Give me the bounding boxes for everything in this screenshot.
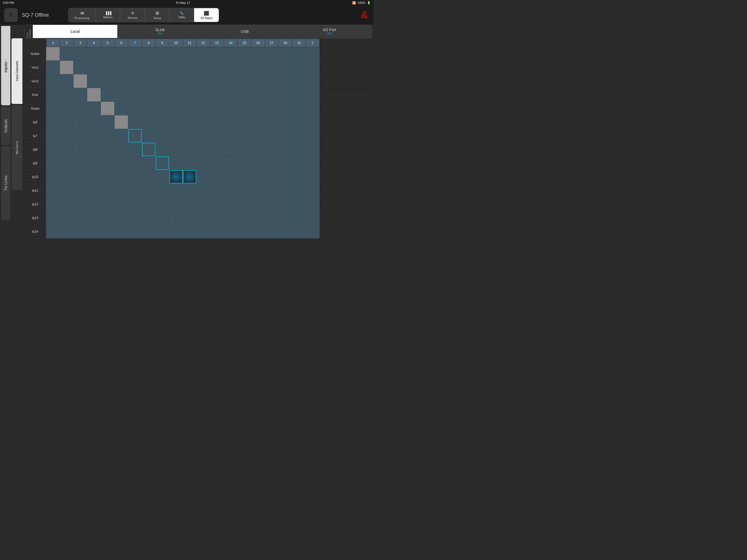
grid-cell-r5-c6[interactable] — [114, 102, 128, 116]
grid-cell-r5-c20[interactable] — [306, 102, 319, 116]
grid-cell-r2-c13[interactable] — [210, 61, 224, 74]
grid-cell-r2-c15[interactable] — [238, 61, 251, 74]
tab-scenes[interactable]: ≡ Scenes — [120, 8, 145, 22]
grid-cell-r11-c11[interactable] — [183, 184, 197, 198]
grid-cell-r8-c20[interactable] — [306, 143, 319, 156]
grid-cell-r14-c15[interactable] — [238, 225, 251, 238]
grid-cell-r10-c17[interactable] — [265, 170, 279, 184]
grid-cell-r3-c16[interactable] — [251, 74, 265, 88]
grid-cell-r11-c10[interactable] — [169, 184, 183, 198]
grid-cell-r4-c11[interactable] — [183, 88, 197, 102]
grid-cell-r14-c12[interactable] — [197, 225, 210, 238]
grid-cell-r1-c9[interactable] — [156, 47, 169, 61]
grid-cell-r13-c19[interactable] — [292, 211, 306, 225]
grid-cell-r10-c19[interactable] — [292, 170, 306, 184]
grid-cell-r12-c9[interactable] — [156, 198, 169, 211]
grid-cell-r7-c17[interactable] — [265, 129, 279, 143]
grid-cell-r8-c13[interactable] — [210, 143, 224, 156]
grid-cell-r6-c7[interactable] — [128, 116, 142, 129]
grid-cell-r9-c3[interactable] — [74, 156, 87, 170]
grid-cell-r3-c13[interactable] — [210, 74, 224, 88]
grid-cell-r13-c14[interactable] — [224, 211, 238, 225]
grid-cell-r7-c6[interactable] — [114, 129, 128, 143]
source-tab-ioport[interactable]: I/O Port DX — [287, 25, 372, 38]
grid-cell-r11-c14[interactable] — [224, 184, 238, 198]
grid-cell-r11-c12[interactable] — [197, 184, 210, 198]
grid-cell-r1-c2[interactable] — [60, 47, 74, 61]
grid-cell-r7-c15[interactable] — [238, 129, 251, 143]
grid-cell-r9-c13[interactable] — [210, 156, 224, 170]
grid-cell-r1-c17[interactable] — [265, 47, 279, 61]
grid-cell-r7-c2[interactable] — [60, 129, 74, 143]
grid-cell-r12-c13[interactable] — [210, 198, 224, 211]
grid-cell-r6-c16[interactable] — [251, 116, 265, 129]
grid-cell-r12-c3[interactable] — [74, 198, 87, 211]
grid-cell-r13-c18[interactable] — [279, 211, 292, 225]
grid-cell-r10-c1[interactable] — [46, 170, 60, 184]
grid-cell-r14-c6[interactable] — [114, 225, 128, 238]
grid-cell-r12-c16[interactable] — [251, 198, 265, 211]
grid-cell-r1-c16[interactable] — [251, 47, 265, 61]
grid-cell-r6-c20[interactable] — [306, 116, 319, 129]
grid-cell-r6-c9[interactable] — [156, 116, 169, 129]
grid-cell-r7-c4[interactable] — [87, 129, 101, 143]
grid-cell-r14-c4[interactable] — [87, 225, 101, 238]
grid-cell-r7-c18[interactable] — [279, 129, 292, 143]
grid-cell-r7-c1[interactable] — [46, 129, 60, 143]
grid-cell-r12-c20[interactable] — [306, 198, 319, 211]
tab-utility[interactable]: 🔧 Utility — [170, 8, 194, 22]
grid-cell-r6-c5[interactable] — [101, 116, 114, 129]
grid-cell-r8-c7[interactable] — [128, 143, 142, 156]
sidebar-tab-inputs[interactable]: Inputs → — [1, 26, 10, 105]
channel-group-mix-ext-in[interactable]: Mix Ext In — [11, 105, 22, 190]
grid-cell-r13-c8[interactable] — [142, 211, 156, 225]
grid-cell-r9-c4[interactable] — [87, 156, 101, 170]
grid-cell-r8-c18[interactable] — [279, 143, 292, 156]
grid-cell-r12-c18[interactable] — [279, 198, 292, 211]
grid-cell-r11-c1[interactable] — [46, 184, 60, 198]
grid-cell-r9-c11[interactable] — [183, 156, 197, 170]
grid-cell-r11-c19[interactable] — [292, 184, 306, 198]
grid-cell-r14-c5[interactable] — [101, 225, 114, 238]
grid-cell-r2-c2[interactable] — [60, 61, 74, 74]
grid-cell-r4-c13[interactable] — [210, 88, 224, 102]
grid-cell-r1-c12[interactable] — [197, 47, 210, 61]
grid-cell-r9-c1[interactable] — [46, 156, 60, 170]
grid-cell-r3-c5[interactable] — [101, 74, 114, 88]
grid-cell-r1-c19[interactable] — [292, 47, 306, 61]
grid-cell-r1-c15[interactable] — [238, 47, 251, 61]
grid-cell-r9-c16[interactable] — [251, 156, 265, 170]
grid-cell-r13-c2[interactable] — [60, 211, 74, 225]
grid-cell-r5-c11[interactable] — [183, 102, 197, 116]
grid-cell-r2-c3[interactable] — [74, 61, 87, 74]
grid-cell-r1-c20[interactable] — [306, 47, 319, 61]
grid-cell-r8-c11[interactable] — [183, 143, 197, 156]
grid-cell-r10-c4[interactable] — [87, 170, 101, 184]
grid-cell-r8-c19[interactable] — [292, 143, 306, 156]
grid-cell-r6-c10[interactable] — [169, 116, 183, 129]
grid-cell-r6-c8[interactable] — [142, 116, 156, 129]
grid-cell-r5-c3[interactable] — [74, 102, 87, 116]
grid-cell-r4-c10[interactable] — [169, 88, 183, 102]
grid-cell-r14-c19[interactable] — [292, 225, 306, 238]
grid-cell-r10-c14[interactable] — [224, 170, 238, 184]
grid-cell-r7-c19[interactable] — [292, 129, 306, 143]
grid-cell-r1-c13[interactable] — [210, 47, 224, 61]
grid-cell-r4-c14[interactable] — [224, 88, 238, 102]
grid-cell-r14-c2[interactable] — [60, 225, 74, 238]
grid-cell-r4-c9[interactable] — [156, 88, 169, 102]
grid-cell-r8-c10[interactable] — [169, 143, 183, 156]
grid-cell-r10-c7[interactable] — [128, 170, 142, 184]
grid-cell-r7-c16[interactable] — [251, 129, 265, 143]
grid-cell-r13-c16[interactable] — [251, 211, 265, 225]
grid-cell-r14-c7[interactable] — [128, 225, 142, 238]
grid-cell-r3-c14[interactable] — [224, 74, 238, 88]
grid-cell-r6-c3[interactable] — [74, 116, 87, 129]
grid-cell-r8-c8[interactable] — [142, 143, 156, 156]
grid-cell-r10-c11[interactable] — [183, 170, 197, 184]
grid-cell-r1-c7[interactable] — [128, 47, 142, 61]
grid-cell-r13-c1[interactable] — [46, 211, 60, 225]
grid-cell-r9-c10[interactable] — [169, 156, 183, 170]
grid-cell-r12-c10[interactable] — [169, 198, 183, 211]
grid-cell-r1-c1[interactable] — [46, 47, 60, 61]
